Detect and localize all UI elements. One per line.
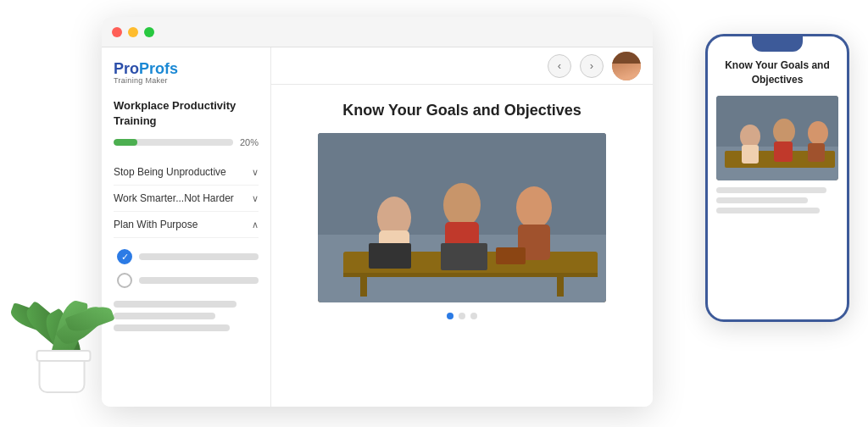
menu-item-work[interactable]: Work Smarter...Not Harder ∨ [114, 186, 259, 212]
slide-title: Know Your Goals and Objectives [342, 102, 581, 119]
phone-gray-line-2 [716, 197, 808, 203]
prev-button[interactable]: ‹ [548, 54, 571, 78]
check-circle-empty [117, 273, 132, 288]
chevron-down-icon: ∨ [252, 167, 259, 178]
phone-notch [752, 36, 803, 52]
logo-subtitle: Training Maker [114, 76, 259, 85]
maximize-button[interactable] [144, 27, 154, 37]
logo-profs: Profs [139, 60, 178, 77]
submenu: ✓ [114, 238, 259, 296]
chevron-down-icon: ∨ [252, 193, 259, 204]
plant-pot-rim [36, 350, 92, 362]
gray-line-3 [114, 324, 230, 331]
menu-item-stop-label: Stop Being Unproductive [114, 166, 226, 178]
plant-pot [39, 355, 86, 393]
main-content: ‹ › Know Your Goals and Objectives [271, 47, 653, 407]
phone-content: Know Your Goals and Objectives [708, 52, 847, 225]
progress-percent: 20% [240, 137, 259, 147]
phone-scene-svg [716, 96, 838, 180]
next-button[interactable]: › [580, 54, 604, 78]
menu-item-plan-label: Plan With Purpose [114, 219, 198, 230]
svg-rect-14 [496, 247, 526, 264]
menu-item-stop[interactable]: Stop Being Unproductive ∨ [114, 159, 259, 186]
avatar [612, 52, 641, 80]
svg-rect-12 [369, 243, 411, 269]
plant-leaves [19, 241, 104, 359]
svg-rect-4 [360, 275, 367, 297]
chevron-up-icon: ∧ [252, 219, 259, 230]
scene: ProProfs Training Maker Workplace Produc… [0, 0, 868, 427]
progress-bar-wrap: 20% [114, 137, 259, 147]
svg-point-8 [443, 183, 481, 227]
progress-bar-bg [114, 139, 233, 146]
phone-gray-line-1 [716, 187, 826, 193]
submenu-item-1[interactable]: ✓ [117, 245, 259, 269]
logo-pro: Pro [114, 60, 139, 77]
svg-point-10 [516, 186, 552, 229]
svg-rect-23 [808, 143, 825, 162]
svg-rect-21 [774, 141, 793, 162]
slide-dots [447, 313, 477, 319]
submenu-text-line-2 [139, 277, 259, 284]
phone-window: Know Your Goals and Objectives [705, 34, 849, 322]
phone-slide-title: Know Your Goals and Objectives [716, 58, 838, 87]
progress-bar-fill [114, 139, 137, 146]
check-circle-checked: ✓ [117, 249, 132, 264]
svg-rect-19 [742, 145, 759, 164]
avatar-face [612, 52, 641, 80]
browser-titlebar [102, 17, 653, 47]
svg-rect-5 [557, 275, 564, 297]
browser-window: ProProfs Training Maker Workplace Produc… [102, 17, 653, 407]
gray-line-2 [114, 313, 215, 319]
people-scene [318, 133, 606, 302]
course-title: Workplace Productivity Training [114, 98, 259, 129]
phone-gray-line-3 [716, 208, 820, 214]
sidebar: ProProfs Training Maker Workplace Produc… [102, 47, 271, 407]
dot-indicator-2[interactable] [459, 313, 465, 319]
close-button[interactable] [112, 27, 122, 37]
dot-indicator-1[interactable] [447, 313, 453, 319]
slide-image [318, 133, 606, 302]
logo-area: ProProfs Training Maker [114, 61, 259, 85]
plant [15, 241, 108, 393]
submenu-text-line-1 [139, 253, 259, 260]
avatar-hair [612, 52, 641, 64]
submenu-item-2[interactable] [117, 269, 259, 292]
svg-rect-13 [441, 243, 487, 270]
gray-line-1 [114, 301, 236, 308]
dot-indicator-3[interactable] [470, 313, 477, 319]
svg-point-20 [773, 119, 795, 144]
slide-area: Know Your Goals and Objectives [271, 85, 653, 407]
office-scene-svg [318, 133, 606, 302]
menu-item-work-label: Work Smarter...Not Harder [114, 192, 234, 204]
svg-point-22 [808, 121, 828, 145]
minimize-button[interactable] [128, 27, 138, 37]
browser-content: ProProfs Training Maker Workplace Produc… [102, 47, 653, 407]
svg-point-18 [740, 125, 760, 148]
menu-item-plan[interactable]: Plan With Purpose ∧ [114, 212, 259, 238]
content-header: ‹ › [271, 47, 653, 85]
phone-slide-image [716, 96, 838, 180]
logo: ProProfs [114, 61, 259, 76]
